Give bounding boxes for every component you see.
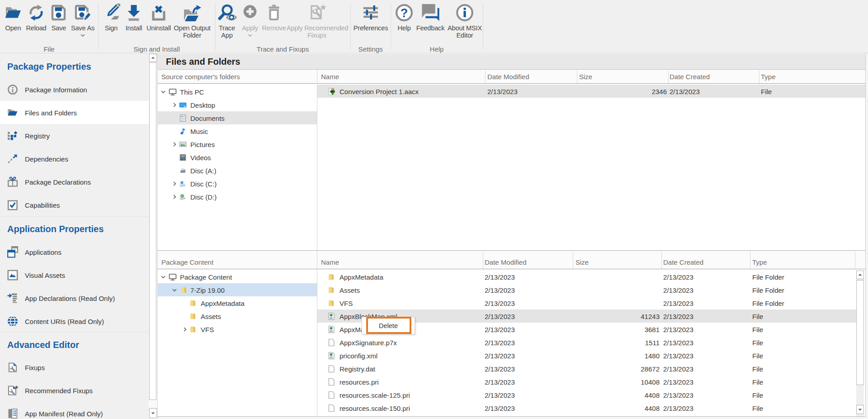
svg-text:?: ?	[401, 6, 408, 20]
